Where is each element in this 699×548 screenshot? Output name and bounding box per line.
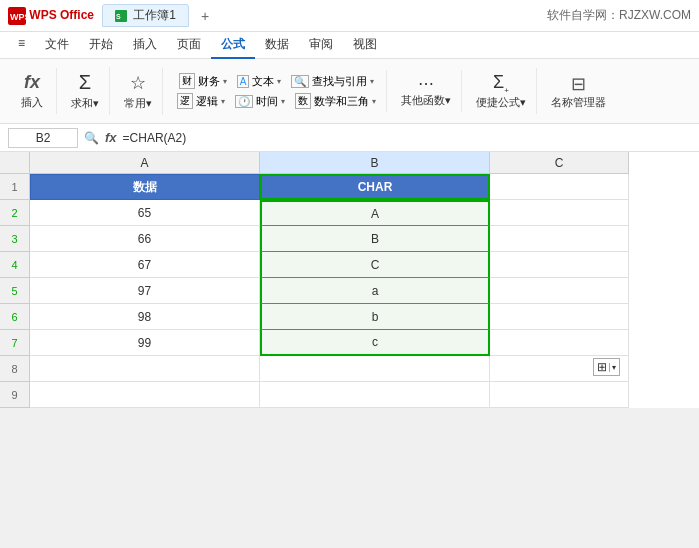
cell-b1[interactable]: CHAR	[260, 174, 490, 200]
name-mgr-icon: ⊟	[571, 73, 586, 95]
col-header-c[interactable]: C	[490, 152, 629, 174]
cell-c9[interactable]	[490, 382, 629, 408]
math-button[interactable]: 数 数学和三角 ▾	[291, 92, 380, 110]
cell-c2[interactable]	[490, 200, 629, 226]
cell-b6[interactable]: b	[260, 304, 490, 330]
finance-button[interactable]: 财 财务 ▾	[175, 72, 231, 90]
tab-formula[interactable]: 公式	[211, 32, 255, 59]
cell-a6[interactable]: 98	[30, 304, 260, 330]
cell-b3[interactable]: B	[260, 226, 490, 252]
cell-a3[interactable]: 66	[30, 226, 260, 252]
lookup-icon: 🔍	[291, 75, 309, 88]
cell-c6[interactable]	[490, 304, 629, 330]
add-tab-button[interactable]: +	[201, 8, 209, 24]
cell-a7[interactable]: 99	[30, 330, 260, 356]
row-number-6: 6	[0, 304, 30, 330]
cell-a1[interactable]: 数据	[30, 174, 260, 200]
other-functions-button[interactable]: ⋯ 其他函数▾	[397, 72, 455, 110]
fn-row-1: 财 财务 ▾ A 文本 ▾ 🔍 查找与引用 ▾	[175, 72, 379, 90]
logic-label: 逻辑	[196, 94, 218, 109]
cell-a2[interactable]: 65	[30, 200, 260, 226]
cell-c8[interactable]: ⊞ ▾	[490, 356, 629, 382]
tab-menu-icon[interactable]: ≡	[8, 32, 35, 59]
cell-a9[interactable]	[30, 382, 260, 408]
col-header-a[interactable]: A	[30, 152, 260, 174]
col-header-b[interactable]: B	[260, 152, 490, 174]
row-number-1: 1	[0, 174, 30, 200]
insert-function-button[interactable]: fx 插入	[14, 70, 50, 112]
cell-b8[interactable]	[260, 356, 490, 382]
ribbon-group-sum: Σ 求和▾	[61, 67, 110, 115]
svg-text:S: S	[116, 13, 121, 20]
flash-fill-container: ⊞ ▾	[593, 358, 620, 376]
formula-input[interactable]	[123, 131, 691, 145]
fx-icon: fx	[24, 72, 40, 93]
cell-b9[interactable]	[260, 382, 490, 408]
cell-c3[interactable]	[490, 226, 629, 252]
cell-c7[interactable]	[490, 330, 629, 356]
time-dropdown: ▾	[281, 97, 285, 106]
flash-fill-button[interactable]: ⊞ ▾	[593, 358, 620, 376]
formula-bar: 🔍 fx	[0, 124, 699, 152]
website-label: 软件自学网：RJZXW.COM	[547, 7, 691, 24]
finance-icon: 财	[179, 73, 195, 89]
table-row: 5 97 a	[0, 278, 699, 304]
row-number-5: 5	[0, 278, 30, 304]
row-number-7: 7	[0, 330, 30, 356]
ribbon-group-other: ⋯ 其他函数▾	[391, 70, 462, 112]
tab-file[interactable]: 文件	[35, 32, 79, 59]
tab-page[interactable]: 页面	[167, 32, 211, 59]
quick-icon: Σ+	[493, 72, 509, 95]
math-icon: 数	[295, 93, 311, 109]
name-manager-button[interactable]: ⊟ 名称管理器	[547, 71, 610, 112]
other-fn-label: 其他函数▾	[401, 93, 451, 108]
table-row: 3 66 B	[0, 226, 699, 252]
tab-home[interactable]: 开始	[79, 32, 123, 59]
sum-label: 求和▾	[71, 96, 99, 111]
text-label: 文本	[252, 74, 274, 89]
column-headers: A B C	[0, 152, 699, 174]
cell-c4[interactable]	[490, 252, 629, 278]
cell-b4[interactable]: C	[260, 252, 490, 278]
ribbon-group-functions: 财 财务 ▾ A 文本 ▾ 🔍 查找与引用 ▾ 逻 逻辑	[167, 70, 387, 112]
lookup-dropdown: ▾	[370, 77, 374, 86]
common-button[interactable]: ☆ 常用▾	[120, 70, 156, 113]
math-label: 数学和三角	[314, 94, 369, 109]
lookup-label: 查找与引用	[312, 74, 367, 89]
quick-formula-button[interactable]: Σ+ 便捷公式▾	[472, 70, 530, 112]
finance-dropdown: ▾	[223, 77, 227, 86]
sum-button[interactable]: Σ 求和▾	[67, 69, 103, 113]
common-label: 常用▾	[124, 96, 152, 111]
other-fn-icon: ⋯	[418, 74, 434, 93]
quick-label: 便捷公式▾	[476, 95, 526, 110]
star-icon: ☆	[130, 72, 146, 94]
fn-row-2: 逻 逻辑 ▾ 🕐 时间 ▾ 数 数学和三角 ▾	[173, 92, 380, 110]
ribbon-tabs: ≡ 文件 开始 插入 页面 公式 数据 审阅 视图	[0, 32, 699, 59]
cell-a4[interactable]: 67	[30, 252, 260, 278]
cell-reference-input[interactable]	[8, 128, 78, 148]
tab-review[interactable]: 审阅	[299, 32, 343, 59]
cell-a5[interactable]: 97	[30, 278, 260, 304]
text-button[interactable]: A 文本 ▾	[233, 73, 286, 90]
cell-b7[interactable]: c	[260, 330, 490, 356]
cell-c1[interactable]	[490, 174, 629, 200]
title-bar: WPS WPS Office S 工作簿1 + 软件自学网：RJZXW.COM	[0, 0, 699, 32]
corner-spacer	[0, 152, 30, 174]
cell-b2[interactable]: A	[260, 200, 490, 226]
tab-data[interactable]: 数据	[255, 32, 299, 59]
tab-insert[interactable]: 插入	[123, 32, 167, 59]
text-dropdown: ▾	[277, 77, 281, 86]
tab-view[interactable]: 视图	[343, 32, 387, 59]
time-button[interactable]: 🕐 时间 ▾	[231, 93, 289, 110]
cell-a8[interactable]	[30, 356, 260, 382]
table-row: 6 98 b	[0, 304, 699, 330]
math-dropdown: ▾	[372, 97, 376, 106]
workbook-tab[interactable]: S 工作簿1	[102, 4, 189, 27]
cell-b5[interactable]: a	[260, 278, 490, 304]
finance-label: 财务	[198, 74, 220, 89]
lookup-button[interactable]: 🔍 查找与引用 ▾	[287, 73, 378, 90]
wps-logo: WPS WPS Office	[8, 7, 94, 25]
logic-button[interactable]: 逻 逻辑 ▾	[173, 92, 229, 110]
row-number-9: 9	[0, 382, 30, 408]
cell-c5[interactable]	[490, 278, 629, 304]
